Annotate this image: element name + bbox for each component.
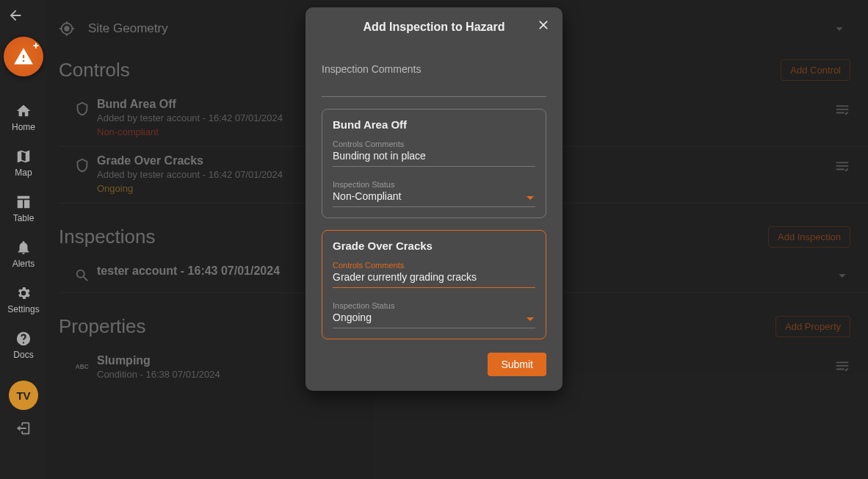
edit-list-icon[interactable]	[834, 101, 850, 117]
control-card-bund: Bund Area Off Controls Comments Bunding …	[322, 109, 546, 218]
add-control-button[interactable]: Add Control	[781, 60, 850, 81]
logout-icon	[15, 420, 32, 436]
bell-icon	[15, 240, 32, 256]
abc-icon: ABC	[74, 357, 90, 373]
nav-table[interactable]: Table	[0, 187, 47, 232]
close-icon	[536, 18, 551, 32]
nav-label: Map	[15, 168, 32, 178]
target-icon	[59, 21, 75, 37]
status-label: Inspection Status	[333, 301, 535, 310]
modal-close-button[interactable]	[535, 16, 552, 34]
logout-button[interactable]	[15, 420, 32, 439]
card-comments-label: Controls Comments	[333, 261, 535, 270]
submit-button[interactable]: Submit	[488, 353, 546, 376]
nav-label: Settings	[7, 304, 39, 314]
status-value: Non-Compliant	[333, 189, 535, 207]
nav-label: Docs	[13, 350, 33, 360]
edit-list-icon[interactable]	[834, 357, 850, 373]
site-geometry-title: Site Geometry	[88, 21, 168, 36]
warning-triangle-icon	[13, 46, 34, 67]
plus-icon: +	[33, 40, 39, 51]
map-icon	[15, 148, 32, 165]
card-title: Grade Over Cracks	[333, 240, 535, 252]
inspection-status-select[interactable]: Inspection Status Non-Compliant	[333, 180, 535, 207]
inspection-status-select[interactable]: Inspection Status Ongoing	[333, 301, 535, 328]
edit-list-icon[interactable]	[834, 157, 850, 173]
gear-icon	[15, 285, 32, 301]
properties-title: Properties	[59, 315, 146, 338]
nav-map[interactable]: Map	[0, 141, 47, 187]
svg-text:ABC: ABC	[76, 364, 89, 370]
chevron-down-icon	[831, 21, 847, 37]
new-alert-fab[interactable]: +	[4, 37, 43, 76]
back-button[interactable]	[0, 4, 47, 26]
add-property-button[interactable]: Add Property	[775, 316, 850, 337]
shield-icon	[74, 101, 90, 117]
user-avatar[interactable]: TV	[9, 381, 38, 410]
home-icon	[15, 103, 32, 119]
arrow-left-icon	[7, 7, 23, 24]
controls-title: Controls	[59, 59, 130, 82]
inspections-title: Inspections	[59, 226, 156, 248]
nav-settings[interactable]: Settings	[0, 278, 47, 323]
dropdown-arrow-icon	[527, 317, 534, 321]
nav-docs[interactable]: Docs	[0, 323, 47, 369]
sidebar: + Home Map Table Alerts Settings Docs TV	[0, 0, 47, 479]
card-title: Bund Area Off	[333, 118, 535, 131]
inspection-comments-label: Inspection Comments	[322, 63, 546, 75]
nav-alerts[interactable]: Alerts	[0, 232, 47, 278]
card-comments-label: Controls Comments	[333, 140, 535, 148]
status-value: Ongoing	[333, 310, 535, 328]
add-inspection-button[interactable]: Add Inspection	[768, 226, 850, 248]
card-comments-value[interactable]: Bunding not in place	[333, 148, 535, 167]
modal-title: Add Inspection to Hazard	[322, 21, 546, 34]
chevron-down-icon[interactable]	[834, 267, 850, 284]
status-label: Inspection Status	[333, 180, 535, 189]
add-inspection-modal: Add Inspection to Hazard Inspection Comm…	[305, 7, 563, 391]
nav-label: Home	[12, 122, 35, 132]
nav-home[interactable]: Home	[0, 96, 47, 141]
nav-label: Alerts	[12, 259, 35, 269]
table-icon	[15, 194, 32, 210]
card-comments-value[interactable]: Grader currently grading cracks	[333, 270, 535, 288]
control-card-grade: Grade Over Cracks Controls Comments Grad…	[322, 230, 546, 339]
inspection-comments-input[interactable]	[322, 78, 546, 97]
nav-label: Table	[13, 213, 35, 223]
search-icon	[74, 267, 90, 284]
dropdown-arrow-icon	[527, 196, 534, 200]
shield-icon	[74, 157, 90, 173]
help-icon	[15, 331, 32, 347]
